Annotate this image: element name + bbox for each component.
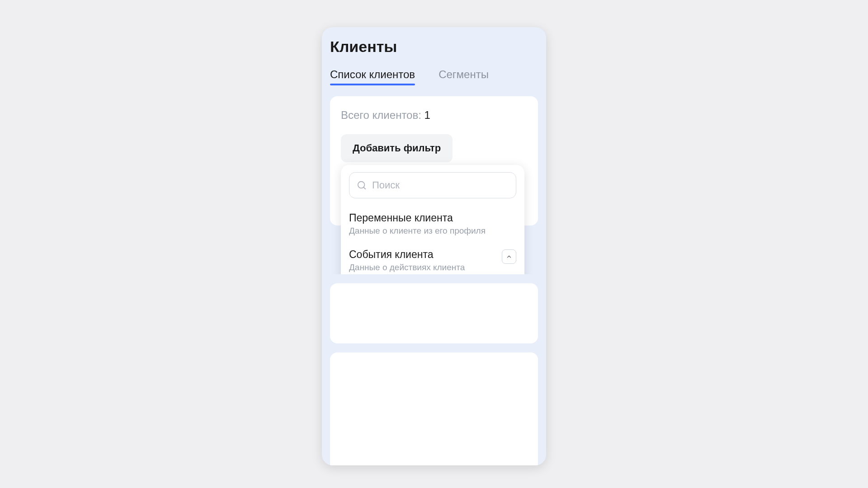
- section-header-events[interactable]: События клиента Данные о действиях клиен…: [349, 249, 516, 272]
- add-filter-button[interactable]: Добавить фильтр: [341, 134, 453, 162]
- search-input[interactable]: [372, 179, 509, 191]
- page-title: Клиенты: [330, 38, 538, 56]
- search-icon: [357, 180, 367, 190]
- collapse-button[interactable]: [502, 249, 516, 264]
- chevron-up-icon: [506, 253, 512, 260]
- count-label: Всего клиентов:: [341, 109, 425, 121]
- background-strip: [322, 343, 546, 352]
- panel-header: Клиенты Список клиентов Сегменты: [322, 27, 546, 85]
- tabs: Список клиентов Сегменты: [330, 68, 538, 85]
- search-box[interactable]: [349, 172, 516, 198]
- search-wrap: [341, 172, 524, 205]
- client-count: Всего клиентов: 1: [341, 109, 527, 122]
- background-card: [330, 352, 538, 465]
- clients-panel: Клиенты Список клиентов Сегменты Всего к…: [322, 27, 546, 465]
- section-subtitle: Данные о клиенте из его профиля: [349, 226, 486, 236]
- section-header-variables[interactable]: Переменные клиента Данные о клиенте из е…: [349, 212, 516, 236]
- tab-client-list[interactable]: Список клиентов: [330, 68, 415, 85]
- section-title: События клиента: [349, 249, 465, 261]
- svg-line-1: [363, 187, 365, 189]
- section-title: Переменные клиента: [349, 212, 486, 224]
- section-subtitle: Данные о действиях клиента: [349, 263, 465, 272]
- content-card: Всего клиентов: 1 Добавить фильтр: [330, 96, 538, 225]
- background-card: [330, 283, 538, 343]
- background-strip: [322, 274, 546, 283]
- main-area: Всего клиентов: 1 Добавить фильтр: [322, 85, 546, 225]
- section-client-variables[interactable]: Переменные клиента Данные о клиенте из е…: [341, 205, 524, 241]
- count-value: 1: [425, 109, 430, 121]
- tab-segments[interactable]: Сегменты: [439, 68, 489, 85]
